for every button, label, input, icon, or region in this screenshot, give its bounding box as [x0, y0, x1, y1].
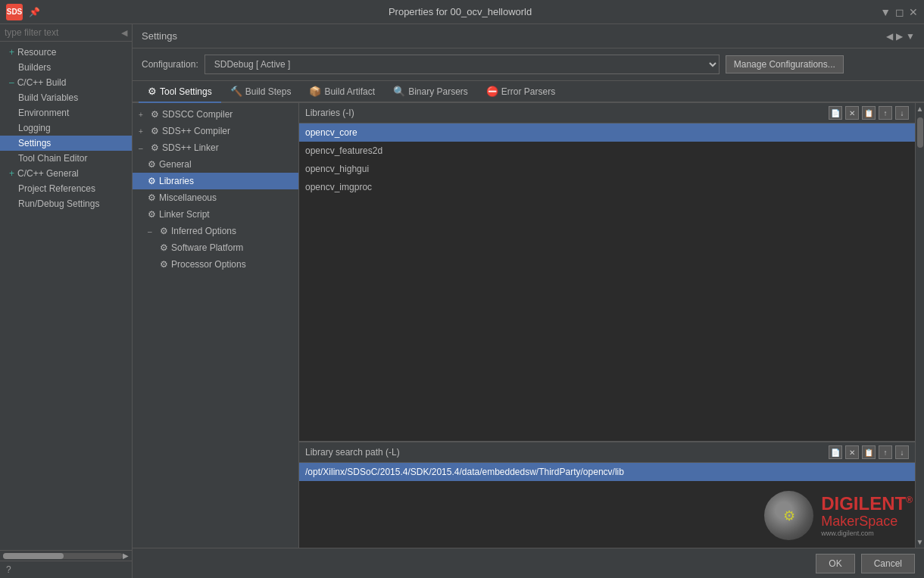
tree-linker-script[interactable]: ⚙ Linker Script	[133, 206, 298, 223]
filter-input[interactable]	[5, 27, 121, 38]
sidebar-item-resource[interactable]: + Resource	[0, 45, 132, 60]
titlebar-controls: ▼ ◻ ✕	[880, 6, 918, 18]
tree-inferred-options[interactable]: – ⚙ Inferred Options	[133, 223, 298, 239]
search-path-item[interactable]: /opt/Xilinx/SDSoC/2015.4/SDK/2015.4/data…	[299, 463, 915, 481]
brand-name-secondary: MakerSpace	[821, 514, 913, 530]
content-area: Settings ◀ ▶ ▼ Configuration: SDDebug [ …	[133, 24, 924, 578]
libraries-panel-title: Libraries (-I)	[305, 108, 354, 118]
nav-forward-icon[interactable]: ▶	[896, 31, 903, 42]
nav-menu-icon[interactable]: ▼	[906, 31, 915, 42]
help-icon[interactable]: ?	[0, 561, 132, 578]
content-panels: + ⚙ SDSCC Compiler + ⚙ SDS++ Compiler – …	[133, 103, 924, 548]
expand-icon: +	[9, 47, 14, 58]
scroll-down-btn[interactable]: ▼	[915, 536, 924, 548]
sidebar-item-environment[interactable]: Environment	[0, 105, 132, 120]
settings-header: Settings ◀ ▶ ▼	[133, 24, 924, 48]
sidebar-tree: + Resource Builders – C/C++ Build Build …	[0, 42, 132, 550]
tree-processor-options[interactable]: ⚙ Processor Options	[133, 256, 298, 273]
tree-libraries[interactable]: ⚙ Libraries	[133, 173, 298, 189]
close-icon[interactable]: ✕	[909, 6, 918, 18]
sidebar-item-logging[interactable]: Logging	[0, 120, 132, 136]
brand-symbol: ⚙	[783, 508, 795, 524]
cancel-button[interactable]: Cancel	[861, 554, 915, 573]
lib-down-button[interactable]: ↓	[895, 106, 909, 120]
inferred-label: Inferred Options	[171, 226, 236, 236]
path-copy-button[interactable]: 📋	[862, 445, 876, 459]
brand-icon: ⚙	[764, 491, 813, 540]
tree-miscellaneous[interactable]: ⚙ Miscellaneous	[133, 189, 298, 206]
tree-sdspp-compiler[interactable]: + ⚙ SDS++ Compiler	[133, 123, 298, 139]
general-icon: ⚙	[148, 159, 156, 170]
path-down-button[interactable]: ↓	[895, 445, 909, 459]
lib-item-opencv-highgui[interactable]: opencv_highgui	[299, 160, 915, 178]
sidebar-item-settings[interactable]: Settings	[0, 136, 132, 151]
sdspp-icon: ⚙	[151, 126, 159, 136]
manage-configurations-button[interactable]: Manage Configurations...	[726, 55, 844, 73]
lib-delete-button[interactable]: ✕	[845, 106, 859, 120]
sidebar-item-run-debug[interactable]: Run/Debug Settings	[0, 196, 132, 211]
path-up-button[interactable]: ↑	[879, 445, 892, 459]
scroll-thumb[interactable]	[917, 117, 923, 148]
linker-script-label: Linker Script	[159, 209, 210, 220]
lib-item-opencv-features2d[interactable]: opencv_features2d	[299, 142, 915, 160]
filter-clear-icon[interactable]: ◀	[121, 28, 127, 38]
tab-build-artifact[interactable]: 📦 Build Artifact	[300, 81, 384, 103]
expand-icon: –	[139, 144, 148, 152]
lib-item-label: opencv_features2d	[305, 145, 382, 156]
app-logo: SDS	[6, 4, 23, 20]
path-delete-button[interactable]: ✕	[845, 445, 859, 459]
ok-button[interactable]: OK	[816, 554, 854, 573]
tab-build-steps[interactable]: 🔨 Build Steps	[221, 81, 301, 103]
build-artifact-icon: 📦	[309, 86, 321, 97]
scrollbar-thumb[interactable]	[3, 553, 64, 559]
titlebar: SDS 📌 Properties for 00_ocv_helloworld ▼…	[0, 0, 924, 24]
config-select[interactable]: SDDebug [ Active ]	[204, 55, 720, 74]
sidebar-item-cpp-build[interactable]: – C/C++ Build	[0, 75, 132, 90]
expand-icon: +	[139, 127, 148, 136]
tree-sdscc-compiler[interactable]: + ⚙ SDSCC Compiler	[133, 106, 298, 123]
scrollbar-track	[3, 553, 123, 559]
brand-name-primary: DIGILENT®	[821, 494, 913, 514]
sdscc-icon: ⚙	[151, 109, 159, 120]
processor-options-label: Processor Options	[171, 259, 246, 270]
linker-script-icon: ⚙	[148, 209, 156, 220]
sidebar-item-project-references[interactable]: Project References	[0, 181, 132, 196]
sidebar-item-builders[interactable]: Builders	[0, 60, 132, 75]
minimize-icon[interactable]: ▼	[880, 6, 891, 18]
lib-item-opencv-core[interactable]: opencv_core	[299, 123, 915, 142]
lib-copy-button[interactable]: 📋	[862, 106, 876, 120]
software-platform-label: Software Platform	[171, 242, 243, 253]
tab-error-parsers-label: Error Parsers	[501, 86, 555, 97]
tab-tool-settings-label: Tool Settings	[160, 86, 212, 97]
lib-item-opencv-imgproc[interactable]: opencv_imgproc	[299, 178, 915, 196]
search-path-header: Library search path (-L) 📄 ✕ 📋 ↑ ↓	[299, 442, 915, 463]
config-label: Configuration:	[142, 59, 198, 70]
libraries-icon: ⚙	[148, 176, 156, 186]
sidebar-item-cpp-general[interactable]: + C/C++ General	[0, 166, 132, 181]
maximize-icon[interactable]: ◻	[895, 6, 904, 18]
tab-tool-settings[interactable]: ⚙ Tool Settings	[139, 81, 221, 103]
tree-general[interactable]: ⚙ General	[133, 156, 298, 173]
nav-back-icon[interactable]: ◀	[886, 31, 893, 42]
path-add-button[interactable]: 📄	[829, 445, 842, 459]
watermark: ⚙ DIGILENT® MakerSpace www.digilent.com	[764, 491, 913, 540]
tree-sdspp-linker[interactable]: – ⚙ SDS++ Linker	[133, 139, 298, 156]
lib-item-label: opencv_imgproc	[305, 182, 372, 192]
search-path-label: /opt/Xilinx/SDSoC/2015.4/SDK/2015.4/data…	[305, 467, 624, 477]
tree-software-platform[interactable]: ⚙ Software Platform	[133, 239, 298, 256]
lib-up-button[interactable]: ↑	[879, 106, 892, 120]
scroll-right-icon[interactable]: ▶	[123, 551, 129, 560]
tool-tree-panel: + ⚙ SDSCC Compiler + ⚙ SDS++ Compiler – …	[133, 103, 299, 548]
scroll-up-btn[interactable]: ▲	[915, 103, 924, 114]
right-content: Libraries (-I) 📄 ✕ 📋 ↑ ↓ opencv_core	[299, 103, 915, 548]
error-parsers-icon: ⛔	[486, 86, 498, 97]
expand-icon: +	[139, 111, 148, 119]
lib-item-label: opencv_highgui	[305, 164, 369, 174]
miscellaneous-label: Miscellaneous	[159, 192, 217, 203]
sidebar-item-build-variables[interactable]: Build Variables	[0, 90, 132, 105]
tab-binary-parsers[interactable]: 🔍 Binary Parsers	[384, 81, 477, 103]
lib-add-button[interactable]: 📄	[829, 106, 842, 120]
sidebar-item-tool-chain-editor[interactable]: Tool Chain Editor	[0, 151, 132, 166]
tab-error-parsers[interactable]: ⛔ Error Parsers	[477, 81, 564, 103]
pin-icon[interactable]: 📌	[29, 7, 40, 17]
